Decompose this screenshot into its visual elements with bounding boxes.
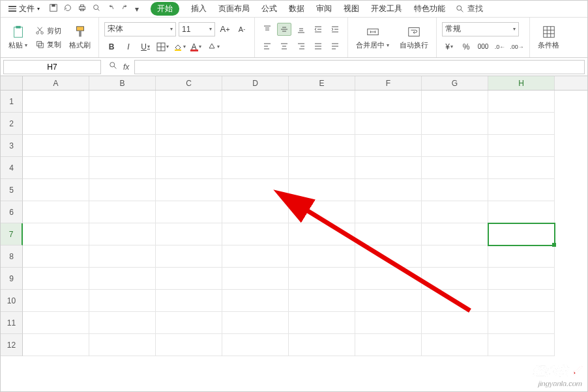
cell[interactable] xyxy=(89,290,156,312)
indent-increase-icon[interactable] xyxy=(328,23,342,36)
tab-data[interactable]: 数据 xyxy=(289,3,304,14)
font-color-button[interactable]: A▾ xyxy=(189,40,203,53)
cell[interactable] xyxy=(488,201,555,223)
tab-start[interactable]: 开始 xyxy=(151,2,179,16)
cell[interactable] xyxy=(355,113,422,135)
cell[interactable] xyxy=(289,201,355,223)
select-all-corner[interactable] xyxy=(1,76,23,90)
column-header[interactable]: H xyxy=(488,76,555,90)
cell[interactable] xyxy=(422,312,488,334)
increase-font-icon[interactable]: A+ xyxy=(218,23,232,36)
cell[interactable] xyxy=(89,113,156,135)
column-header[interactable]: A xyxy=(23,76,89,90)
cell[interactable] xyxy=(422,135,488,157)
cell[interactable] xyxy=(355,290,422,312)
cell[interactable] xyxy=(89,91,156,113)
cell[interactable] xyxy=(89,201,156,223)
cell[interactable] xyxy=(23,157,89,179)
cell[interactable] xyxy=(89,245,156,268)
cut-button[interactable]: 剪切 xyxy=(34,25,63,36)
column-header[interactable]: B xyxy=(89,76,156,90)
cell[interactable] xyxy=(156,135,222,157)
column-header[interactable]: G xyxy=(422,76,488,90)
bold-button[interactable]: B xyxy=(104,40,119,53)
row-header[interactable]: 12 xyxy=(1,334,23,356)
cell[interactable] xyxy=(422,223,488,245)
cell[interactable] xyxy=(488,245,555,268)
percent-button[interactable]: % xyxy=(459,40,473,53)
cell[interactable] xyxy=(422,290,488,312)
cell[interactable] xyxy=(222,91,289,113)
cell[interactable] xyxy=(289,334,355,356)
cell[interactable] xyxy=(23,223,89,245)
justify-icon[interactable] xyxy=(311,40,325,53)
cell[interactable] xyxy=(222,245,289,268)
cell[interactable] xyxy=(89,223,156,245)
align-right-icon[interactable] xyxy=(294,40,308,53)
cell[interactable] xyxy=(89,179,156,201)
cell[interactable] xyxy=(156,290,222,312)
effects-button[interactable]: ▾ xyxy=(206,40,220,53)
cell[interactable] xyxy=(23,312,89,334)
cell[interactable] xyxy=(289,268,355,290)
preview-icon[interactable] xyxy=(92,3,101,14)
cell[interactable] xyxy=(156,91,222,113)
cell[interactable] xyxy=(23,91,89,113)
cell[interactable] xyxy=(89,312,156,334)
name-box[interactable]: H7 xyxy=(3,60,101,74)
distribute-icon[interactable] xyxy=(328,40,342,53)
cell[interactable] xyxy=(289,245,355,268)
row-header[interactable]: 9 xyxy=(1,268,23,290)
cell[interactable] xyxy=(422,245,488,268)
row-header[interactable]: 8 xyxy=(1,245,23,268)
number-format-combo[interactable]: 常规▾ xyxy=(442,22,519,36)
cell[interactable] xyxy=(222,113,289,135)
font-name-combo[interactable]: 宋体▾ xyxy=(104,22,176,36)
decrease-font-icon[interactable]: A- xyxy=(235,23,249,36)
tab-devtools[interactable]: 开发工具 xyxy=(371,3,402,14)
cell[interactable] xyxy=(422,179,488,201)
cell[interactable] xyxy=(355,179,422,201)
cell[interactable] xyxy=(156,312,222,334)
font-size-combo[interactable]: 11▾ xyxy=(179,22,215,36)
column-header[interactable]: C xyxy=(156,76,222,90)
cell[interactable] xyxy=(289,113,355,135)
cell[interactable] xyxy=(23,334,89,356)
tab-insert[interactable]: 插入 xyxy=(191,3,207,14)
cell[interactable] xyxy=(222,223,289,245)
cell[interactable] xyxy=(89,334,156,356)
italic-button[interactable]: I xyxy=(121,40,136,53)
cell[interactable] xyxy=(222,179,289,201)
cell[interactable] xyxy=(23,268,89,290)
align-left-icon[interactable] xyxy=(260,40,274,53)
cell[interactable] xyxy=(355,91,422,113)
cell[interactable] xyxy=(156,179,222,201)
save-icon[interactable] xyxy=(49,3,58,14)
align-middle-icon[interactable] xyxy=(277,23,291,36)
cell[interactable] xyxy=(422,334,488,356)
cell[interactable] xyxy=(289,290,355,312)
formula-input[interactable] xyxy=(134,60,585,74)
row-header[interactable]: 11 xyxy=(1,312,23,334)
tab-layout[interactable]: 页面布局 xyxy=(218,3,250,14)
align-center-icon[interactable] xyxy=(277,40,291,53)
cell[interactable] xyxy=(156,245,222,268)
cell[interactable] xyxy=(156,268,222,290)
row-header[interactable]: 4 xyxy=(1,157,23,179)
border-button[interactable]: ▾ xyxy=(155,40,169,53)
cell[interactable] xyxy=(488,334,555,356)
row-header[interactable]: 1 xyxy=(1,91,23,113)
align-top-icon[interactable] xyxy=(260,23,274,36)
cell[interactable] xyxy=(289,91,355,113)
print-icon[interactable] xyxy=(78,3,87,14)
cell[interactable] xyxy=(422,91,488,113)
cell[interactable] xyxy=(222,268,289,290)
tab-view[interactable]: 视图 xyxy=(344,3,359,14)
row-header[interactable]: 6 xyxy=(1,201,23,223)
column-header[interactable]: F xyxy=(355,76,422,90)
cell[interactable] xyxy=(422,157,488,179)
cell[interactable] xyxy=(156,201,222,223)
row-header[interactable]: 3 xyxy=(1,135,23,157)
paste-button[interactable]: 粘贴▾ xyxy=(6,23,30,51)
wrap-text-button[interactable]: 自动换行 xyxy=(397,23,431,51)
